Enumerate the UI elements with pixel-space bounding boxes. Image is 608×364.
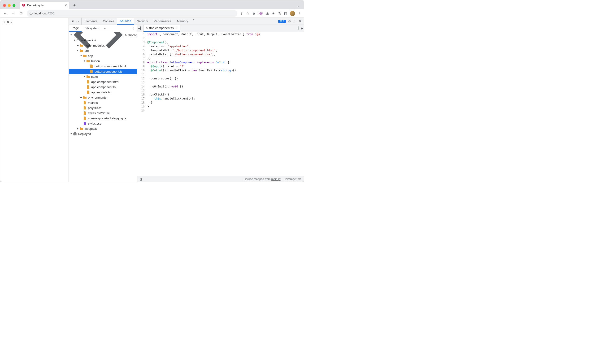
folder-icon bbox=[83, 95, 87, 99]
tree-item[interactable]: ▶app.module.ts bbox=[69, 90, 137, 95]
settings-icon[interactable]: ⚙ bbox=[288, 19, 291, 23]
tree-arrow-icon[interactable]: ▼ bbox=[76, 49, 79, 52]
tree-item[interactable]: ▶app.component.ts bbox=[69, 84, 137, 90]
labs-icon[interactable]: ⚗ bbox=[278, 11, 281, 16]
inspect-icon[interactable]: ⬈ bbox=[71, 19, 74, 23]
file-y-icon bbox=[83, 101, 87, 104]
tree-label: Authored bbox=[125, 33, 137, 37]
issues-badge[interactable]: 🗨 1 bbox=[278, 20, 286, 23]
navigator-toggle[interactable]: ◀▏ bbox=[137, 25, 143, 32]
forward-button[interactable]: → bbox=[11, 11, 16, 16]
close-devtools-icon[interactable]: ✕ bbox=[299, 19, 301, 23]
extensions-icon[interactable]: ✦ bbox=[272, 11, 275, 16]
chrome-menu-icon[interactable]: ⋮ bbox=[298, 11, 301, 16]
bookmark-icon[interactable]: ☆ bbox=[246, 11, 249, 16]
share-icon[interactable]: ⇪ bbox=[240, 11, 243, 16]
file-y-icon bbox=[90, 64, 93, 68]
tree-arrow-icon[interactable]: ▼ bbox=[70, 133, 73, 135]
tree-item[interactable]: ▶polyfills.ts bbox=[69, 105, 137, 110]
sources-options-icon[interactable]: ⋮ bbox=[129, 25, 137, 32]
file-y-icon bbox=[86, 85, 90, 89]
url-port: :4200 bbox=[47, 12, 54, 15]
tree-item[interactable]: ▶button.component.ts bbox=[69, 69, 137, 74]
address-bar[interactable]: ⓘ localhost:4200 bbox=[27, 10, 237, 17]
subtabs-more[interactable]: » bbox=[102, 25, 108, 32]
extension-icon-2[interactable]: 👾 bbox=[259, 11, 263, 16]
open-file-tab[interactable]: button.component.ts × bbox=[143, 25, 180, 32]
counter-plus[interactable]: + bbox=[2, 20, 6, 24]
tree-label: polyfills.ts bbox=[88, 106, 101, 110]
tree-label: label bbox=[91, 75, 98, 78]
tree-label: Deployed bbox=[78, 132, 91, 136]
tree-label: main.ts bbox=[88, 101, 98, 104]
site-info-icon[interactable]: ⓘ bbox=[29, 11, 33, 16]
angular-icon bbox=[22, 3, 25, 8]
sourcemap-link[interactable]: main.js bbox=[271, 178, 280, 181]
file-y-icon bbox=[83, 116, 87, 120]
extension-icon-1[interactable]: ☻ bbox=[252, 11, 256, 15]
folder-icon bbox=[80, 43, 83, 47]
minimize-window[interactable] bbox=[8, 4, 11, 7]
folder-icon bbox=[80, 49, 83, 52]
sources-subtab-filesystem[interactable]: Filesystem bbox=[82, 25, 102, 32]
code-editor[interactable]: 1234567891011121314151617181920 import {… bbox=[137, 32, 304, 176]
devtools-menu-icon[interactable]: ⋮ bbox=[293, 19, 297, 23]
tab-close-icon[interactable]: × bbox=[65, 3, 67, 8]
folder-icon bbox=[83, 54, 87, 58]
tree-arrow-icon[interactable]: ▼ bbox=[80, 55, 82, 57]
tree-item[interactable]: ▼Authored bbox=[69, 32, 137, 38]
more-panels[interactable]: » bbox=[191, 18, 196, 25]
tabs-dropdown[interactable]: ⌄ bbox=[297, 4, 302, 7]
devtools-tab-performance[interactable]: Performance bbox=[151, 18, 174, 25]
tree-arrow-icon[interactable]: ▶ bbox=[76, 44, 79, 47]
counter-minus[interactable]: - bbox=[10, 20, 13, 24]
tree-arrow-icon[interactable]: ▼ bbox=[73, 39, 76, 41]
devtools-tab-console[interactable]: Console bbox=[100, 18, 117, 25]
browser-tab[interactable]: DemoAngular × bbox=[20, 2, 69, 9]
sidepanel-icon[interactable]: ◧ bbox=[284, 11, 287, 16]
tree-arrow-icon[interactable]: ▶ bbox=[76, 127, 79, 130]
tree-arrow-icon[interactable]: ▼ bbox=[70, 34, 73, 36]
tree-label: zone-async-stack-tagging.ts bbox=[88, 117, 126, 120]
new-tab-button[interactable]: + bbox=[71, 2, 78, 9]
extension-icon-3[interactable]: ◉ bbox=[266, 11, 269, 16]
counter-value: 0 bbox=[6, 20, 10, 24]
file-y-icon bbox=[90, 69, 93, 73]
debugger-toggle[interactable]: ▏▶ bbox=[298, 25, 304, 32]
device-toggle-icon[interactable]: ▭ bbox=[76, 19, 79, 23]
devtools-tab-elements[interactable]: Elements bbox=[82, 18, 100, 25]
tree-arrow-icon[interactable]: ▶ bbox=[83, 75, 86, 78]
tree-label: button.component.html bbox=[95, 65, 126, 68]
tree-item[interactable]: ▶styles.css?231c bbox=[69, 110, 137, 116]
tree-item[interactable]: ▶webpack bbox=[69, 126, 137, 131]
tree-label: app bbox=[88, 54, 93, 58]
sources-subtab-page[interactable]: Page bbox=[69, 25, 82, 32]
tree-label: button bbox=[91, 59, 100, 63]
devtools: ⬈ ▭ ElementsConsoleSourcesNetworkPerform… bbox=[69, 18, 304, 182]
tree-label: app.component.html bbox=[91, 80, 119, 84]
devtools-tab-memory[interactable]: Memory bbox=[174, 18, 191, 25]
tree-label: webpack:// bbox=[81, 39, 96, 42]
tree-item[interactable]: ▶styles.css bbox=[69, 121, 137, 126]
close-file-icon[interactable]: × bbox=[176, 26, 178, 30]
tree-item[interactable]: ▶label bbox=[69, 74, 137, 79]
back-button[interactable]: ← bbox=[3, 11, 8, 16]
tree-item[interactable]: ▶zone-async-stack-tagging.ts bbox=[69, 116, 137, 121]
profile-avatar[interactable] bbox=[290, 11, 295, 16]
reload-button[interactable]: ⟳ bbox=[19, 11, 24, 16]
tree-item[interactable]: ▶app.component.html bbox=[69, 79, 137, 84]
tree-arrow-icon[interactable]: ▶ bbox=[80, 96, 82, 99]
tree-item[interactable]: ▶main.ts bbox=[69, 100, 137, 105]
tree-arrow-icon[interactable]: ▼ bbox=[83, 60, 86, 62]
tree-label: app.component.ts bbox=[91, 85, 116, 89]
tree-item[interactable]: ▶environments bbox=[69, 95, 137, 100]
maximize-window[interactable] bbox=[13, 4, 15, 7]
devtools-tab-sources[interactable]: Sources bbox=[117, 18, 134, 25]
pretty-print-icon[interactable]: {} bbox=[140, 178, 142, 181]
devtools-tab-network[interactable]: Network bbox=[134, 18, 151, 25]
file-p-icon bbox=[83, 121, 87, 125]
tree-item[interactable]: ▶button.component.html bbox=[69, 64, 137, 69]
tree-item[interactable]: ▼Deployed bbox=[69, 131, 137, 136]
close-window[interactable] bbox=[3, 4, 6, 7]
code-icon bbox=[73, 33, 123, 37]
